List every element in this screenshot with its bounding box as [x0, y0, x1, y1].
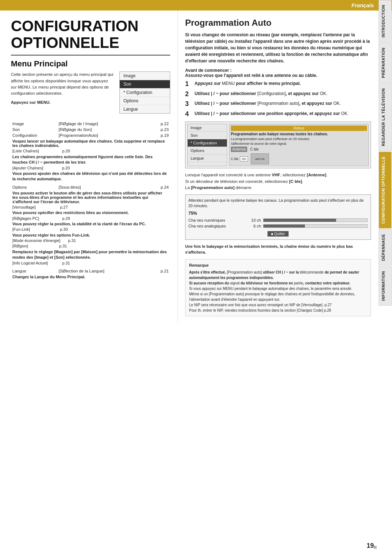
tv-menu-options: Options [188, 147, 227, 155]
main-content: CONFIGURATIONOPTIONNELLE Menu Principal … [0, 11, 378, 324]
main-title: CONFIGURATIONOPTIONNELLE [11, 18, 170, 51]
step-1: 1 Appuyez sur MENU pour afficher le menu… [185, 80, 371, 88]
right-column: Programmation Auto Si vous changez de co… [178, 11, 378, 324]
steps-list: 1 Appuyez sur MENU pour afficher le menu… [185, 80, 371, 118]
config-list: [Liste Chaînes] p.20 Les chaînes program… [12, 148, 169, 182]
progress-row-numeric: Cha nes numériques 10 ch [188, 218, 368, 222]
page-number: 19 [367, 542, 374, 550]
table-row: Son [RØglage du Son] p.23 [11, 127, 170, 132]
scan-complete-note: Une fois le balayage et la mémorisation … [185, 243, 371, 255]
step-2: 2 Utilisez | / ~ pour sélectionner [Conf… [185, 90, 371, 98]
tv-menu-image: Image [188, 124, 227, 132]
before-start-label: Avant de commencer : Assurez-vous que l'… [185, 68, 371, 78]
option-label-son: Son [11, 127, 57, 132]
progress-row-analog: Cha nes analogiques 6 ch [188, 224, 368, 228]
tv-right-note: SØlectionner la source de votre signal. [231, 142, 367, 145]
tv-antenna-diagram: ANT.IN [251, 153, 269, 164]
page-r-label: R [374, 545, 377, 550]
sidebar-tab-preparation[interactable]: PRÉPARATION [379, 43, 392, 83]
menu-item-configuration[interactable]: * Configuration [120, 89, 170, 97]
menu-item-langue[interactable]: Langue [120, 105, 170, 113]
left-column: CONFIGURATIONOPTIONNELLE Menu Principal … [0, 11, 178, 324]
tv-signal-antenne[interactable]: Antenne [231, 147, 247, 152]
option-label-options: Options [11, 184, 57, 190]
tv-cable-row: C ble On ANT.IN [231, 153, 367, 164]
channel-analog-label: Cha nes analogiques [188, 224, 246, 228]
sidebar-tabs: INTRODUCTION PRÉPARATION REGARDER LA TÉL… [378, 0, 392, 554]
channel-numeric-label: Cha nes numériques [188, 218, 246, 222]
tv-signal-cable[interactable]: C ble [249, 147, 260, 152]
channel-numeric-value: 10 ch [246, 218, 261, 222]
table-row: Configuration [ProgrammationAuto] p.19 [11, 132, 170, 138]
channel-analog-value: 6 ch [246, 224, 261, 228]
options-table: Image [RØglage de l Image] p.22 Son [RØg… [11, 121, 170, 280]
option-item-options: [Sous-titres] [57, 184, 150, 190]
menu-box: Image Son * Configuration Options Langue [119, 71, 170, 114]
tv-right-subtitle: La programmation auto peut s'effectuer e… [231, 137, 367, 141]
options-desc: Vos pouvez activer le bouton afin de gér… [12, 191, 169, 204]
tv-menu-son: Son [188, 132, 227, 139]
sidebar-tab-configuration[interactable]: CONFIGURATION OPTIONNELLE [379, 152, 392, 229]
tv-menu-right: Retour Programmation auto balaye nouveau… [229, 124, 369, 166]
table-row: Image [RØglage de l Image] p.22 [11, 121, 170, 127]
tv-menu-langue: Langue [188, 155, 227, 162]
step-3: 3 Utilisez | / ~ pour sélectionner [Prog… [185, 100, 371, 108]
menu-item-son[interactable]: Son [120, 80, 170, 89]
langue-desc: Changez la Langue du Menu Principal. [12, 275, 169, 279]
option-item-image: [RØglage de l Image] [57, 121, 150, 127]
config-desc: Vospez lancer un balayage automatique de… [12, 139, 169, 148]
option-item-son: [RØglage du Son] [57, 127, 150, 132]
remarque-box: Remarque Après s'être effectué, [Program… [185, 259, 371, 317]
sidebar-tab-introduction[interactable]: INTRODUCTION [379, 0, 392, 42]
tv-cable-label: C ble [231, 157, 238, 161]
option-item-config: [ProgrammationAuto] [57, 132, 150, 138]
tv-menu-screenshot: Image Son * Configuration Options Langue… [185, 122, 371, 168]
quit-button[interactable]: ■ Quitter [268, 231, 289, 237]
language-header: Français [0, 0, 392, 11]
remarque-content: Après s'être effectué, [Programmation au… [189, 270, 367, 313]
step-4: 4 Utilisez | / ~ pour sélectionner une p… [185, 110, 371, 118]
sidebar-tab-regarder[interactable]: REGARDER LA TÉLÉVISION [379, 83, 392, 151]
table-row: Options [Sous-titres] p.24 [11, 184, 170, 190]
tv-right-title: Programmation auto balaye nouveau toutes… [231, 132, 367, 136]
antenna-note-1: Lorsque l'appareil est connecté à une an… [185, 172, 371, 191]
tv-cable-on[interactable]: On [240, 156, 248, 161]
option-label-image: Image [11, 121, 57, 127]
progress-bar-numeric [263, 218, 368, 222]
tv-retour-button[interactable]: Retour [231, 126, 367, 131]
table-row: Vospez lancer un balayage automatique de… [11, 138, 170, 184]
option-item-langue: [SØlection de la Langue] [57, 268, 150, 274]
sidebar-tab-depannage[interactable]: DÉPANNAGE [379, 229, 392, 266]
options-list: [Verrouillage] p.27 Vous pouvez spécifie… [12, 205, 169, 266]
menu-principal-title: Menu Principal [11, 59, 170, 69]
option-label-config: Configuration [11, 132, 57, 138]
menu-item-options[interactable]: Options [120, 97, 170, 105]
sidebar-tab-information[interactable]: INFORMATION [379, 266, 392, 305]
table-row: Langue [SØlection de la Langue] p.21 [11, 268, 170, 274]
progress-note: Attendez pendant que le système balaye l… [188, 198, 368, 208]
progress-box: Attendez pendant que le système balaye l… [185, 194, 371, 239]
option-page-config: p.19 [150, 132, 170, 138]
menu-item-image[interactable]: Image [120, 72, 170, 80]
option-page-langue: p.21 [150, 268, 170, 274]
progress-fill-analog [264, 225, 305, 227]
table-row: Vos pouvez activer le bouton afin de gér… [11, 190, 170, 268]
progress-bar-analog [263, 224, 368, 228]
progress-fill-numeric [264, 219, 336, 222]
option-page-image: p.22 [150, 121, 170, 127]
option-page-son: p.23 [150, 127, 170, 132]
prog-intro: Si vous changez de connexion au réseau (… [185, 32, 371, 64]
tv-menu-config: * Configuration [188, 139, 227, 147]
tv-menu-left: Image Son * Configuration Options Langue [187, 124, 227, 166]
language-label: Français [351, 2, 374, 8]
remarque-title: Remarque [189, 262, 367, 268]
option-page-options: p.24 [150, 184, 170, 190]
option-label-langue: Langue [11, 268, 57, 274]
progress-percent: 75% [188, 211, 368, 216]
table-row: Changez la Langue du Menu Principal. [11, 274, 170, 280]
prog-auto-title: Programmation Auto [185, 18, 371, 28]
